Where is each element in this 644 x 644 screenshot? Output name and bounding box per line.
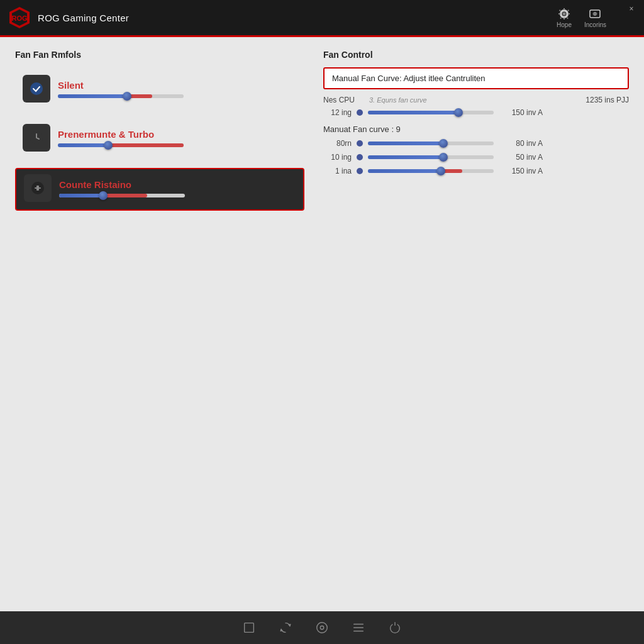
- incorins-icon: [589, 8, 601, 20]
- bottom-icon-square[interactable]: [240, 619, 258, 636]
- cpu-fan-name: Nes CPU: [323, 96, 364, 104]
- custom-content: Counte Ristaino: [59, 179, 296, 197]
- slider-1ina-dot: [357, 168, 363, 174]
- fan-mode-custom[interactable]: Counte Ristaino: [15, 168, 304, 211]
- slider1-value: 150 inv A: [499, 108, 543, 117]
- custom-icon: [24, 174, 52, 202]
- performance-content: Prenermunte & Turbo: [58, 129, 297, 147]
- silent-name: Silent: [58, 80, 297, 91]
- custom-slider-track[interactable]: [59, 194, 185, 197]
- bottom-bar: [0, 611, 644, 644]
- settings-circle-icon: [315, 621, 329, 635]
- silent-slider-fill-blue: [58, 94, 127, 98]
- performance-icon: [23, 124, 50, 152]
- slider-80rn-track[interactable]: [368, 142, 494, 145]
- bottom-icon-refresh[interactable]: [277, 619, 294, 636]
- fan-slider-row-1ina: 1 ina 150 inv A: [323, 167, 629, 175]
- silent-content: Silent: [58, 80, 297, 98]
- silent-slider[interactable]: [58, 94, 297, 98]
- cpu-fan-value: 1235 ins PJJ: [579, 96, 629, 104]
- bottom-icon-power[interactable]: [386, 619, 404, 636]
- app-logo: ROG ROG Gaming Center: [8, 6, 129, 30]
- gear-icon: [558, 8, 570, 20]
- slider-10ing-dot: [357, 154, 363, 160]
- custom-slider-fill-red: [103, 194, 147, 197]
- slider1-label: 12 ing: [323, 108, 352, 117]
- performance-slider-fill-red: [108, 143, 184, 147]
- fan-curve-cpu-row: Nes CPU 3. Equns fan curve 1235 ins PJJ: [323, 96, 629, 104]
- fan-slider-row-10ing: 10 ing 50 inv A: [323, 153, 629, 162]
- manual-fan-section: Manuat Fan curve : 9 80rn 80 inv A 10 in…: [323, 125, 629, 175]
- slider-80rn-fill: [368, 142, 443, 145]
- silent-slider-thumb[interactable]: [123, 92, 131, 101]
- slider-1ina-label: 1 ina: [323, 167, 352, 175]
- performance-slider[interactable]: [58, 143, 297, 147]
- slider1-thumb[interactable]: [454, 108, 463, 117]
- slider-10ing-track[interactable]: [368, 155, 494, 159]
- custom-glyph-icon: [30, 180, 45, 196]
- silent-icon: [23, 75, 50, 103]
- svg-rect-11: [245, 623, 254, 633]
- svg-point-13: [320, 626, 324, 630]
- power-icon: [388, 621, 402, 635]
- performance-glyph-icon: [29, 130, 44, 145]
- slider-1ina-fill-blue: [368, 169, 441, 173]
- refresh-icon: [279, 621, 292, 635]
- bottom-icon-settings[interactable]: [313, 619, 331, 636]
- svg-text:ROG: ROG: [11, 14, 27, 22]
- manual-fan-title: Manuat Fan curve : 9: [323, 125, 629, 134]
- cpu-fan-desc: 3. Equns fan curve: [369, 96, 574, 104]
- fan-modes-title: Fan Fan Rmfols: [15, 50, 304, 60]
- slider1-dot: [357, 109, 363, 116]
- rog-logo-icon: ROG: [8, 6, 31, 30]
- fan-mode-performance[interactable]: Prenermunte & Turbo: [15, 119, 304, 159]
- slider-10ing-fill: [368, 155, 443, 159]
- slider1-fill: [368, 111, 458, 114]
- hope-icon-item[interactable]: Hope: [557, 8, 572, 28]
- svg-rect-10: [35, 187, 41, 189]
- fan-curve-slider-row-1: 12 ing 150 inv A: [323, 108, 629, 117]
- fan-mode-silent[interactable]: Silent: [15, 70, 304, 110]
- performance-slider-fill-blue: [58, 143, 108, 147]
- slider-80rn-label: 80rn: [323, 139, 352, 148]
- main-content: Fan Fan Rmfols Silent: [0, 37, 644, 611]
- slider-10ing-value: 50 inv A: [499, 153, 543, 162]
- manual-curve-box: Manual Fan Curve: Adjust itlee Cantrulit…: [323, 67, 629, 89]
- slider-80rn-dot: [357, 140, 363, 147]
- left-panel: Fan Fan Rmfols Silent: [15, 50, 317, 599]
- performance-slider-thumb[interactable]: [104, 141, 113, 150]
- performance-name: Prenermunte & Turbo: [58, 129, 297, 140]
- slider-10ing-thumb[interactable]: [439, 153, 448, 162]
- manual-curve-label: Manual Fan Curve: Adjust itlee Cantrulit…: [332, 74, 620, 83]
- svg-point-3: [563, 12, 566, 15]
- performance-slider-track[interactable]: [58, 143, 184, 147]
- hope-label: Hope: [557, 21, 572, 28]
- checkmark-icon: [29, 81, 44, 96]
- slider-1ina-value: 150 inv A: [499, 167, 543, 175]
- slider-80rn-thumb[interactable]: [439, 139, 448, 148]
- custom-slider-fill-blue: [59, 194, 103, 197]
- right-panel: Fan Control Manual Fan Curve: Adjust itl…: [317, 50, 629, 599]
- fan-slider-row-80rn: 80rn 80 inv A: [323, 139, 629, 148]
- svg-point-12: [317, 623, 328, 633]
- titlebar: ROG ROG Gaming Center Hope Incorins ×: [0, 0, 644, 35]
- titlebar-icons: Hope Incorins: [557, 0, 613, 35]
- slider-1ina-thumb[interactable]: [436, 167, 445, 175]
- custom-name: Counte Ristaino: [59, 179, 296, 190]
- incorins-label: Incorins: [584, 21, 606, 28]
- incorins-icon-item[interactable]: Incorins: [584, 8, 606, 28]
- slider-80rn-value: 80 inv A: [499, 139, 543, 148]
- slider-10ing-label: 10 ing: [323, 153, 352, 162]
- slider1-track[interactable]: [368, 111, 494, 114]
- fan-control-title: Fan Control: [323, 50, 629, 60]
- bottom-icon-list[interactable]: [350, 619, 367, 636]
- svg-point-6: [30, 82, 43, 95]
- square-icon: [242, 621, 256, 635]
- slider-1ina-track[interactable]: [368, 169, 494, 173]
- list-icon: [352, 621, 365, 635]
- custom-slider-thumb[interactable]: [99, 191, 108, 200]
- silent-slider-track[interactable]: [58, 94, 184, 98]
- close-button[interactable]: ×: [621, 3, 641, 15]
- app-title: ROG Gaming Center: [38, 13, 129, 23]
- custom-slider[interactable]: [59, 194, 296, 197]
